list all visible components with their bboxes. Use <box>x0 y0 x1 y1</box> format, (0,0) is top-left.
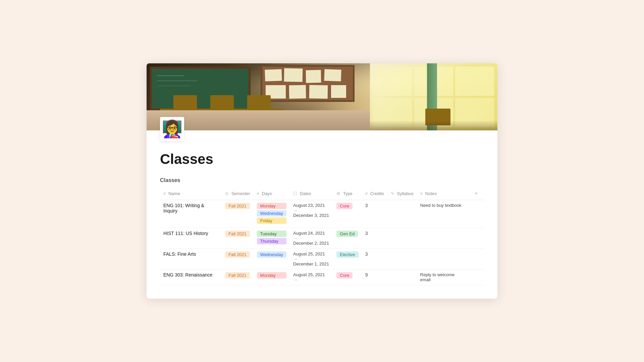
col-dates[interactable]: ☐ Dates <box>290 187 333 200</box>
row-semester[interactable]: Fall 2021 <box>222 249 253 269</box>
add-column-button[interactable]: + <box>472 190 481 197</box>
row-semester[interactable]: Fall 2021 <box>222 269 253 285</box>
col-credits[interactable]: # Credits <box>362 187 387 200</box>
row-dates: August 23, 2021 →December 3, 2021 <box>290 200 333 228</box>
dates-col-icon: ☐ <box>293 191 297 196</box>
row-type[interactable]: Core <box>333 200 362 228</box>
col-name-label: Name <box>168 191 180 196</box>
page-wrapper: 🧑 👩‍🏫 Classes Classes ≡ Name <box>147 63 497 299</box>
row-semester[interactable]: Fall 2021 <box>222 200 253 228</box>
row-notes[interactable]: Need to buy textbook <box>417 200 469 228</box>
table-row[interactable]: ENG 101: Writing & InquiryFall 2021Monda… <box>160 200 484 228</box>
row-credits: 3 <box>362 249 387 269</box>
content-area: Classes Classes ≡ Name ⊙ Semester <box>147 141 497 299</box>
row-notes[interactable] <box>417 228 469 249</box>
col-days-label: Days <box>262 191 272 196</box>
desk <box>173 95 197 110</box>
table-container: ≡ Name ⊙ Semester ≡ Days ☐ <box>160 187 484 285</box>
col-days[interactable]: ≡ Days <box>254 187 290 200</box>
row-credits: 3 <box>362 228 387 249</box>
col-name[interactable]: ≡ Name <box>160 187 222 200</box>
icon-area: 👩‍🏫 <box>147 117 497 141</box>
row-name[interactable]: FALS: Fine Arts <box>160 249 222 269</box>
row-type[interactable]: Elective <box>333 249 362 269</box>
table-row[interactable]: FALS: Fine ArtsFall 2021WednesdayAugust … <box>160 249 484 269</box>
col-semester[interactable]: ⊙ Semester <box>222 187 253 200</box>
col-syllabus[interactable]: ✎ Syllabus <box>387 187 417 200</box>
row-name[interactable]: ENG 101: Writing & Inquiry <box>160 200 222 228</box>
page-emoji: 👩‍🏫 <box>162 119 182 139</box>
credits-col-icon: # <box>365 191 368 196</box>
col-semester-label: Semester <box>231 191 250 196</box>
row-syllabus[interactable] <box>387 228 417 249</box>
row-days[interactable]: Wednesday <box>254 249 290 269</box>
days-col-icon: ≡ <box>257 191 260 196</box>
desk <box>210 95 234 110</box>
row-type[interactable]: Core <box>333 269 362 285</box>
col-dates-label: Dates <box>300 191 311 196</box>
col-notes-label: Notes <box>425 191 437 196</box>
row-credits: 3 <box>362 200 387 228</box>
name-col-icon: ≡ <box>163 191 166 196</box>
table-row[interactable]: ENG 303: RenaissanceFall 2021MondayAugus… <box>160 269 484 285</box>
page-icon: 👩‍🏫 <box>160 117 184 141</box>
row-name[interactable]: HIST 111: US History <box>160 228 222 249</box>
type-col-icon: ⚙ <box>336 191 340 196</box>
row-extra <box>468 269 484 285</box>
row-dates: August 25, 2021 →December 1, 2021 <box>290 249 333 269</box>
desk <box>247 95 271 110</box>
section-label: Classes <box>160 177 484 183</box>
col-notes[interactable]: ≡ Notes <box>417 187 469 200</box>
row-days[interactable]: MondayWednesdayFriday <box>254 200 290 228</box>
row-extra <box>468 200 484 228</box>
classes-table: ≡ Name ⊙ Semester ≡ Days ☐ <box>160 187 484 285</box>
col-type[interactable]: ⚙ Type <box>333 187 362 200</box>
row-extra <box>468 228 484 249</box>
table-row[interactable]: HIST 111: US HistoryFall 2021TuesdayThur… <box>160 228 484 249</box>
row-credits: 9 <box>362 269 387 285</box>
table-body: ENG 101: Writing & InquiryFall 2021Monda… <box>160 200 484 285</box>
col-type-label: Type <box>343 191 353 196</box>
table-header-row: ≡ Name ⊙ Semester ≡ Days ☐ <box>160 187 484 200</box>
syllabus-col-icon: ✎ <box>391 191 394 196</box>
semester-col-icon: ⊙ <box>225 191 229 196</box>
bulletin-board <box>261 65 355 102</box>
page-title: Classes <box>160 151 484 167</box>
row-syllabus[interactable] <box>387 269 417 285</box>
row-days[interactable]: TuesdayThursday <box>254 228 290 249</box>
row-syllabus[interactable] <box>387 249 417 269</box>
row-dates: August 25, 2021 → <box>290 269 333 285</box>
col-credits-label: Credits <box>370 191 384 196</box>
row-type[interactable]: Gen Ed <box>333 228 362 249</box>
row-days[interactable]: Monday <box>254 269 290 285</box>
row-extra <box>468 249 484 269</box>
row-syllabus[interactable] <box>387 200 417 228</box>
row-semester[interactable]: Fall 2021 <box>222 228 253 249</box>
row-notes[interactable] <box>417 249 469 269</box>
chalkboard <box>150 67 251 110</box>
col-add[interactable]: + <box>468 187 484 200</box>
row-dates: August 24, 2021 →December 2, 2021 <box>290 228 333 249</box>
row-name[interactable]: ENG 303: Renaissance <box>160 269 222 285</box>
row-notes[interactable]: Reply to welcome email <box>417 269 469 285</box>
col-syllabus-label: Syllabus <box>397 191 413 196</box>
notes-col-icon: ≡ <box>420 191 423 196</box>
